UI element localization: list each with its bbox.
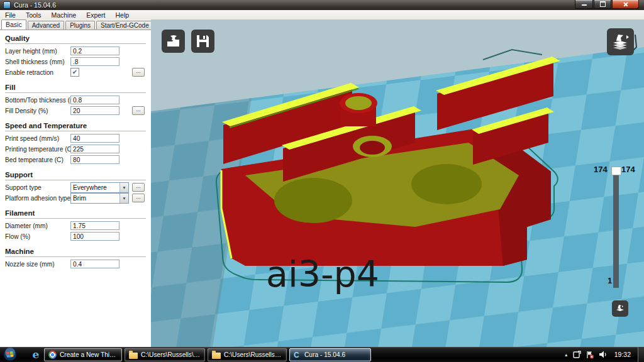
platform-adhesion-select[interactable]: Brim ▼ xyxy=(70,193,129,204)
save-toolpath-button[interactable] xyxy=(191,30,214,53)
tab-start-end-gcode[interactable]: Start/End-GCode xyxy=(96,21,153,30)
fill-settings-button[interactable]: ... xyxy=(132,106,145,115)
setting-row: Fill Density (%) ... xyxy=(5,106,146,116)
chrome-icon xyxy=(48,351,57,359)
layer-slider-track[interactable] xyxy=(613,168,619,288)
support-type-value: Everywhere xyxy=(73,184,107,191)
menu-file[interactable]: File xyxy=(0,11,21,19)
menu-machine[interactable]: Machine xyxy=(46,11,81,19)
title-bar[interactable]: Cura - 15.04.6 xyxy=(0,0,644,10)
internet-explorer-icon[interactable]: e xyxy=(28,348,44,361)
layer-min-label: 1 xyxy=(608,276,612,285)
menu-bar: File Tools Machine Expert Help xyxy=(0,10,644,20)
check-icon: ✔ xyxy=(72,69,77,75)
taskbar-button-label: Create a New Thing ... xyxy=(60,351,118,358)
save-icon xyxy=(196,34,210,48)
printing-temperature-input[interactable] xyxy=(70,145,119,153)
retraction-settings-button[interactable]: ... xyxy=(132,68,145,77)
support-settings-button[interactable]: ... xyxy=(132,183,145,192)
section-fill: Fill xyxy=(5,82,146,93)
setting-label: Layer height (mm) xyxy=(5,48,57,55)
setting-row: Flow (%) xyxy=(5,231,146,242)
filament-diameter-input[interactable] xyxy=(70,221,119,230)
tab-basic[interactable]: Basic xyxy=(1,19,26,30)
action-center-flag-icon[interactable] xyxy=(586,351,594,359)
minimize-icon xyxy=(582,4,587,6)
flow-input[interactable] xyxy=(70,232,119,241)
section-support: Support xyxy=(5,169,146,180)
clock[interactable]: 19:32 xyxy=(614,351,631,358)
enable-retraction-checkbox[interactable]: ✔ xyxy=(70,68,79,77)
setting-label: Flow (%) xyxy=(5,233,30,240)
setting-label: Platform adhesion type xyxy=(5,195,70,202)
setting-label: Printing temperature (C) xyxy=(5,146,74,153)
setting-label: Fill Density (%) xyxy=(5,107,48,114)
taskbar-button-label: C:\Users\Russells\Do... xyxy=(141,351,201,358)
setting-row: Layer height (mm) xyxy=(5,46,146,57)
menu-tools[interactable]: Tools xyxy=(21,11,47,19)
tray-window-icon[interactable] xyxy=(573,351,581,359)
bed-temperature-input[interactable] xyxy=(70,155,119,164)
app-icon xyxy=(3,1,11,9)
start-button[interactable] xyxy=(1,347,19,362)
setting-row: Bottom/Top thickness (mm) xyxy=(5,95,146,106)
3d-viewport[interactable]: ai3-p4 174 174 1 xyxy=(151,19,644,347)
tab-plugins[interactable]: Plugins xyxy=(65,21,95,30)
window-title: Cura - 15.04.6 xyxy=(14,1,56,9)
cura-window: Cura - 15.04.6 File Tools Machine Expert… xyxy=(0,0,644,362)
fill-density-input[interactable] xyxy=(70,106,119,115)
model-caption: ai3-p4 xyxy=(266,253,379,295)
platform-adhesion-value: Brim xyxy=(73,195,86,202)
basic-settings-panel: Quality Layer height (mm) Shell thicknes… xyxy=(0,30,151,347)
section-speed-temperature: Speed and Temperature xyxy=(5,120,146,131)
cura-icon: C xyxy=(294,351,301,359)
taskbar-button-explorer-2[interactable]: C:\Users\Russells\Dr... xyxy=(208,348,287,361)
setting-label: Support type xyxy=(5,184,42,191)
volume-icon[interactable] xyxy=(599,351,608,358)
tray-expand-icon[interactable]: ▲ xyxy=(564,353,569,357)
chevron-down-icon: ▼ xyxy=(119,183,128,192)
taskbar-button-label: Cura - 15.04.6 xyxy=(304,351,345,358)
taskbar-button-explorer-1[interactable]: C:\Users\Russells\Do... xyxy=(125,348,205,361)
support-type-select[interactable]: Everywhere ▼ xyxy=(70,182,129,193)
nozzle-size-input[interactable] xyxy=(70,260,119,268)
setting-label: Enable retraction xyxy=(5,69,53,76)
shell-thickness-input[interactable] xyxy=(70,57,119,66)
windows-start-icon xyxy=(3,348,17,361)
view-mode-icon xyxy=(611,32,630,52)
folder-icon xyxy=(129,353,138,359)
layer-height-input[interactable] xyxy=(70,47,119,55)
close-button[interactable] xyxy=(612,0,639,9)
tab-advanced[interactable]: Advanced xyxy=(28,21,64,30)
print-speed-input[interactable] xyxy=(70,134,119,143)
load-model-button[interactable] xyxy=(162,30,185,53)
section-quality: Quality xyxy=(5,33,146,44)
setting-row: Support type Everywhere ▼ ... xyxy=(5,182,146,193)
load-model-icon xyxy=(165,33,181,49)
view-mode-mini-button[interactable] xyxy=(612,300,628,317)
bottom-top-thickness-input[interactable] xyxy=(70,96,119,104)
setting-row: Enable retraction ✔ ... xyxy=(5,67,146,78)
section-machine: Machine xyxy=(5,246,146,257)
system-tray: ▲ 19:32 xyxy=(564,347,644,362)
setting-label: Diameter (mm) xyxy=(5,222,48,229)
layer-max-value: 174 xyxy=(621,165,635,174)
menu-expert[interactable]: Expert xyxy=(81,11,110,19)
setting-label: Shell thickness (mm) xyxy=(5,58,65,65)
show-desktop-button[interactable] xyxy=(638,347,644,362)
maximize-button[interactable] xyxy=(594,0,611,9)
close-icon xyxy=(623,1,628,7)
menu-help[interactable]: Help xyxy=(111,11,135,19)
view-mode-button[interactable] xyxy=(607,28,634,55)
setting-label: Nozzle size (mm) xyxy=(5,261,55,268)
taskbar-button-cura[interactable]: C Cura - 15.04.6 xyxy=(289,348,371,361)
adhesion-settings-button[interactable]: ... xyxy=(132,194,145,202)
setting-label: Bed temperature (C) xyxy=(5,156,64,163)
minimize-button[interactable] xyxy=(575,0,593,9)
setting-label: Print speed (mm/s) xyxy=(5,135,59,142)
taskbar-button-browser[interactable]: Create a New Thing ... xyxy=(44,348,122,361)
setting-row: Printing temperature (C) xyxy=(5,144,146,155)
layer-slider-handle[interactable] xyxy=(611,167,621,175)
section-filament: Filament xyxy=(5,207,146,219)
view-mode-mini-icon xyxy=(615,304,625,314)
